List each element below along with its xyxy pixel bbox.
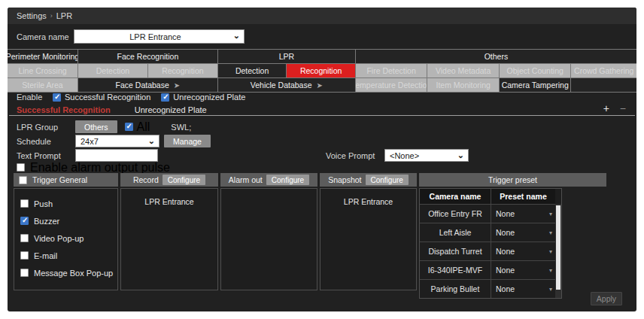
snapshot-header-label: Snapshot — [328, 175, 361, 184]
trigger-preset-header: Trigger preset — [419, 173, 606, 187]
buzzer-option: Buzzer — [20, 212, 117, 229]
alarm-out-header-label: Alarm out — [229, 175, 263, 184]
tab-face-recognition: Recognition — [148, 64, 217, 77]
remove-button[interactable]: − — [620, 102, 626, 114]
alarm-out-header: Alarm out Configure — [220, 173, 317, 187]
record-camera-value: LPR Entrance — [121, 189, 217, 206]
chevron-down-icon: ⌄ — [233, 31, 240, 41]
push-option: Push — [20, 195, 117, 212]
alarm-pulse-checkbox[interactable] — [17, 163, 25, 172]
snapshot-body: LPR Entrance — [320, 188, 417, 290]
apply-button[interactable]: Apply — [591, 292, 622, 305]
subtab-unrecognized-plate[interactable]: Unrecognized Plate — [135, 105, 207, 114]
add-button[interactable]: + — [603, 102, 609, 114]
push-checkbox[interactable] — [20, 199, 29, 208]
record-header: Record Configure — [120, 173, 218, 187]
tab-vehicle-database-label: Vehicle Database — [251, 81, 312, 90]
preset-name-select[interactable]: None ▾ — [491, 223, 555, 242]
email-option: E-mail — [20, 247, 117, 264]
preset-name-select[interactable]: None ▾ — [491, 261, 555, 279]
preset-scrollbar[interactable] — [555, 204, 561, 298]
voice-prompt-label: Voice Prompt — [326, 151, 384, 160]
push-label: Push — [34, 199, 53, 208]
trigger-general-checkbox[interactable] — [19, 176, 27, 184]
unrecognized-plate-checkbox[interactable] — [161, 93, 169, 102]
email-label: E-mail — [34, 251, 57, 260]
camera-name-select[interactable]: LPR Entrance ⌄ — [74, 29, 245, 44]
event-subtabs: Successful Recognition Unrecognized Plat… — [17, 105, 207, 114]
alarm-out-value — [221, 189, 317, 197]
tab-group-perimeter-monitoring[interactable]: Perimeter Monitoring — [8, 50, 77, 63]
manage-button[interactable]: Manage — [164, 135, 211, 147]
tab-face-detection: Detection — [78, 64, 147, 77]
preset-name-value: None — [496, 209, 515, 218]
voice-prompt-select[interactable]: <None> ⌄ — [384, 149, 469, 162]
tab-empty-cell — [571, 78, 636, 92]
lpr-group-label: LPR Group — [17, 123, 75, 132]
preset-dropdown-icon: ▾ — [549, 248, 552, 255]
preset-scrollbar-thumb[interactable] — [556, 205, 560, 290]
preset-name-select[interactable]: None ▾ — [491, 242, 555, 260]
tab-object-counting: Object Counting — [500, 64, 571, 77]
tab-camera-tampering[interactable]: Camera Tampering — [500, 78, 571, 92]
breadcrumb-arrow-icon: › — [50, 12, 53, 20]
chevron-down-icon: ⌄ — [457, 150, 464, 160]
trigger-preset-header-label: Trigger preset — [488, 175, 537, 184]
tab-group-face-recognition[interactable]: Face Recognition — [78, 50, 217, 63]
subtab-successful-recognition[interactable]: Successful Recognition — [17, 105, 111, 114]
text-prompt-row: Text Prompt — [17, 149, 158, 162]
video-popup-checkbox[interactable] — [20, 234, 29, 242]
settings-panel: Settings › LPR Camera name LPR Entrance … — [8, 8, 636, 311]
message-box-popup-label: Message Box Pop-up — [34, 269, 113, 278]
text-prompt-label: Text Prompt — [17, 151, 75, 160]
tab-vehicle-database[interactable]: Vehicle Database ➤ — [218, 78, 355, 92]
tab-video-metadata: Video Metadata — [427, 64, 499, 77]
preset-camera-name: Parking Bullet — [420, 280, 491, 298]
preset-name-value: None — [496, 284, 515, 293]
record-header-label: Record — [133, 175, 159, 184]
schedule-value: 24x7 — [80, 137, 99, 146]
alarm-out-configure-button[interactable]: Configure — [266, 175, 309, 185]
all-checkbox[interactable] — [125, 123, 133, 131]
alarm-out-body — [220, 188, 317, 290]
tab-group-lpr[interactable]: LPR — [218, 50, 355, 63]
all-checkbox-label: All — [137, 120, 150, 134]
schedule-select[interactable]: 24x7 ⌄ — [75, 135, 159, 147]
email-checkbox[interactable] — [20, 251, 29, 260]
tab-lpr-recognition-active[interactable]: Recognition — [287, 64, 354, 77]
preset-camera-name: Office Entry FR — [420, 205, 491, 223]
trigger-general-header-label: Trigger General — [32, 175, 87, 184]
schedule-row: Schedule 24x7 ⌄ Manage — [17, 135, 211, 147]
tab-lpr-detection[interactable]: Detection — [218, 64, 287, 77]
message-box-popup-checkbox[interactable] — [20, 269, 29, 277]
video-popup-label: Video Pop-up — [34, 234, 84, 243]
lpr-group-list: SWL; — [171, 123, 191, 132]
tab-temperature-detection: Temperature Detection — [356, 78, 427, 92]
text-prompt-input[interactable] — [75, 149, 158, 162]
breadcrumb-section[interactable]: Settings — [17, 11, 47, 20]
preset-name-header: Preset name — [491, 189, 555, 204]
successful-recognition-checkbox[interactable] — [53, 93, 61, 102]
camera-name-row: Camera name LPR Entrance ⌄ — [17, 29, 245, 44]
snapshot-configure-button[interactable]: Configure — [366, 175, 409, 185]
buzzer-label: Buzzer — [34, 217, 59, 226]
preset-name-value: None — [496, 266, 515, 275]
others-button[interactable]: Others — [75, 120, 117, 133]
successful-recognition-checkbox-label: Successful Recognition — [65, 93, 150, 102]
chevron-down-icon: ⌄ — [148, 136, 155, 146]
preset-name-select[interactable]: None ▾ — [491, 280, 555, 298]
trigger-general-body: Push Buzzer Video Pop-up E-mail Message … — [14, 188, 118, 290]
tab-sterile-area: Sterile Area — [8, 78, 77, 92]
preset-camera-name: Dispatch Turret — [420, 242, 491, 260]
breadcrumb: Settings › LPR — [8, 8, 636, 24]
buzzer-checkbox[interactable] — [20, 217, 29, 225]
divider — [9, 115, 635, 116]
tab-group-others[interactable]: Others — [356, 50, 636, 63]
alarm-pulse-row: Enable alarm output pulse — [17, 163, 181, 172]
record-configure-button[interactable]: Configure — [163, 175, 205, 185]
preset-camera-name-header: Camera name — [420, 189, 491, 204]
preset-name-select[interactable]: None ▾ — [491, 205, 555, 223]
enable-row: Enable Successful Recognition Unrecogniz… — [17, 93, 256, 102]
tab-face-database[interactable]: Face Database ➤ — [78, 78, 217, 92]
snapshot-header: Snapshot Configure — [320, 173, 417, 187]
